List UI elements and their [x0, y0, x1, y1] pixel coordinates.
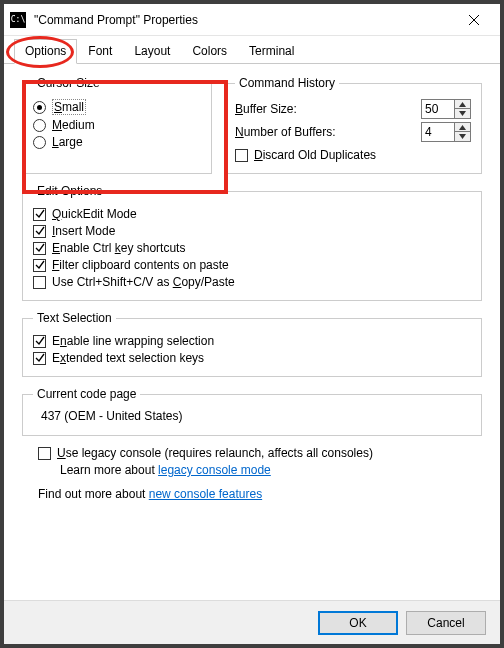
buffer-size-spinner[interactable] [421, 99, 471, 119]
checkbox-icon [33, 242, 46, 255]
radio-medium-label: edium [62, 118, 95, 132]
radio-medium[interactable]: Medium [33, 118, 201, 132]
group-command-history-legend: Command History [235, 76, 339, 90]
title-bar: C:\ "Command Prompt" Properties [4, 4, 500, 36]
radio-small-label: mall [62, 100, 84, 114]
insert-label: Insert Mode [52, 224, 115, 238]
tab-terminal[interactable]: Terminal [238, 39, 305, 63]
checkbox-insert[interactable]: Insert Mode [33, 224, 471, 238]
group-text-selection-legend: Text Selection [33, 311, 116, 325]
checkbox-discard-duplicates[interactable]: Discard Old Duplicates [235, 148, 471, 162]
dialog-footer: OK Cancel [4, 600, 500, 644]
group-command-history: Command History Buffer Size: Number of B… [224, 76, 482, 174]
group-cursor-size: Cursor Size Small Medium Large [22, 76, 212, 174]
checkbox-icon [33, 208, 46, 221]
extended-selection-label: Extended text selection keys [52, 351, 204, 365]
num-buffers-spinner[interactable] [421, 122, 471, 142]
group-codepage-legend: Current code page [33, 387, 140, 401]
radio-icon [33, 136, 46, 149]
group-edit-options: Edit Options QuickEdit Mode Insert Mode … [22, 184, 482, 301]
filter-clipboard-label: Filter clipboard contents on paste [52, 258, 229, 272]
checkbox-quickedit[interactable]: QuickEdit Mode [33, 207, 471, 221]
radio-icon [33, 119, 46, 132]
close-icon [468, 14, 480, 26]
legacy-learn-more: Learn more about legacy console mode [60, 463, 482, 477]
checkbox-extended-selection[interactable]: Extended text selection keys [33, 351, 471, 365]
checkbox-icon [33, 276, 46, 289]
close-button[interactable] [454, 4, 494, 36]
group-cursor-size-legend: Cursor Size [33, 76, 104, 90]
tab-options[interactable]: Options [14, 39, 77, 64]
find-out-prefix: Find out more about [38, 487, 149, 501]
checkbox-icon [33, 352, 46, 365]
tab-font[interactable]: Font [77, 39, 123, 63]
checkbox-filter-clipboard[interactable]: Filter clipboard contents on paste [33, 258, 471, 272]
tab-colors[interactable]: Colors [181, 39, 238, 63]
link-new-console-features[interactable]: new console features [149, 487, 262, 501]
line-wrap-label: Enable line wrapping selection [52, 334, 214, 348]
checkbox-icon [33, 259, 46, 272]
checkbox-icon [33, 335, 46, 348]
checkbox-line-wrap[interactable]: Enable line wrapping selection [33, 334, 471, 348]
spinner-down-icon[interactable] [455, 132, 470, 141]
checkbox-icon [33, 225, 46, 238]
spinner-down-icon[interactable] [455, 109, 470, 118]
group-text-selection: Text Selection Enable line wrapping sele… [22, 311, 482, 377]
app-icon: C:\ [10, 12, 26, 28]
num-buffers-label: Number of Buffers: [235, 125, 415, 139]
ctrlshift-cv-label: Use Ctrl+Shift+C/V as Copy/Paste [52, 275, 235, 289]
buffer-size-label: Buffer Size: [235, 102, 415, 116]
discard-label: Discard Old Duplicates [254, 148, 376, 162]
checkbox-ctrlshift-cv[interactable]: Use Ctrl+Shift+C/V as Copy/Paste [33, 275, 471, 289]
quickedit-label: QuickEdit Mode [52, 207, 137, 221]
window-title: "Command Prompt" Properties [34, 13, 198, 27]
legacy-console-label: Use legacy console (requires relaunch, a… [57, 446, 373, 460]
tab-bar: Options Font Layout Colors Terminal [4, 36, 500, 64]
find-out-more: Find out more about new console features [38, 487, 482, 501]
radio-large-label: arge [59, 135, 83, 149]
num-buffers-input[interactable] [421, 122, 455, 142]
buffer-size-input[interactable] [421, 99, 455, 119]
ctrl-shortcuts-label: Enable Ctrl key shortcuts [52, 241, 185, 255]
radio-small[interactable]: Small [33, 99, 201, 115]
checkbox-legacy-console[interactable]: Use legacy console (requires relaunch, a… [38, 446, 482, 460]
checkbox-icon [235, 149, 248, 162]
group-edit-options-legend: Edit Options [33, 184, 106, 198]
ok-button[interactable]: OK [318, 611, 398, 635]
radio-icon [33, 101, 46, 114]
codepage-value: 437 (OEM - United States) [33, 407, 471, 427]
tab-layout[interactable]: Layout [123, 39, 181, 63]
dialog-body: Cursor Size Small Medium Large Command H… [4, 64, 500, 600]
link-legacy-console-mode[interactable]: legacy console mode [158, 463, 271, 477]
spinner-up-icon[interactable] [455, 123, 470, 132]
radio-large[interactable]: Large [33, 135, 201, 149]
spinner-up-icon[interactable] [455, 100, 470, 109]
group-codepage: Current code page 437 (OEM - United Stat… [22, 387, 482, 436]
checkbox-icon [38, 447, 51, 460]
checkbox-ctrl-shortcuts[interactable]: Enable Ctrl key shortcuts [33, 241, 471, 255]
cancel-button[interactable]: Cancel [406, 611, 486, 635]
legacy-learn-more-prefix: Learn more about [60, 463, 158, 477]
